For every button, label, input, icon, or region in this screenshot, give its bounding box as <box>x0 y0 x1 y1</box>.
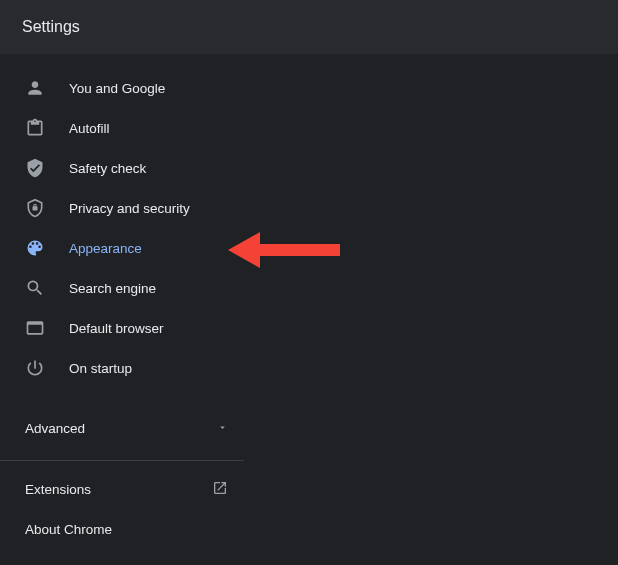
sidebar-item-you-and-google[interactable]: You and Google <box>0 68 244 108</box>
extensions-label: Extensions <box>25 482 91 497</box>
sidebar-item-privacy-and-security[interactable]: Privacy and security <box>0 188 244 228</box>
nav-list: You and Google Autofill Safety check Pri… <box>0 68 244 388</box>
sidebar-item-advanced[interactable]: Advanced <box>0 408 244 448</box>
sidebar-item-search-engine[interactable]: Search engine <box>0 268 244 308</box>
divider <box>0 460 244 461</box>
settings-header: Settings <box>0 0 618 54</box>
sidebar-item-appearance[interactable]: Appearance <box>0 228 244 268</box>
settings-content: You and Google Autofill Safety check Pri… <box>0 54 618 549</box>
nav-label: Appearance <box>69 241 142 256</box>
sidebar-item-on-startup[interactable]: On startup <box>0 348 244 388</box>
advanced-label: Advanced <box>25 421 85 436</box>
nav-label: Default browser <box>69 321 164 336</box>
shield-icon <box>25 198 45 218</box>
clipboard-icon <box>25 118 45 138</box>
chevron-down-icon <box>217 421 228 436</box>
nav-label: Privacy and security <box>69 201 190 216</box>
search-icon <box>25 278 45 298</box>
sidebar-item-autofill[interactable]: Autofill <box>0 108 244 148</box>
power-icon <box>25 358 45 378</box>
sidebar-item-extensions[interactable]: Extensions <box>0 469 244 509</box>
nav-label: Autofill <box>69 121 110 136</box>
sidebar-item-default-browser[interactable]: Default browser <box>0 308 244 348</box>
sidebar-item-about-chrome[interactable]: About Chrome <box>0 509 244 549</box>
nav-label: Safety check <box>69 161 146 176</box>
settings-sidebar: You and Google Autofill Safety check Pri… <box>0 68 244 549</box>
about-label: About Chrome <box>25 522 112 537</box>
shield-check-icon <box>25 158 45 178</box>
page-title: Settings <box>22 18 80 35</box>
browser-icon <box>25 318 45 338</box>
person-icon <box>25 78 45 98</box>
nav-label: You and Google <box>69 81 165 96</box>
nav-label: On startup <box>69 361 132 376</box>
nav-label: Search engine <box>69 281 156 296</box>
sidebar-item-safety-check[interactable]: Safety check <box>0 148 244 188</box>
palette-icon <box>25 238 45 258</box>
external-link-icon <box>212 480 228 499</box>
